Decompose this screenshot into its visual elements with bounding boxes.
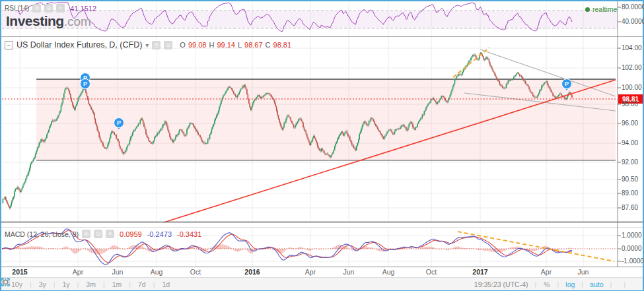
candle-body <box>24 181 26 183</box>
macd-histogram-bar <box>539 249 540 249</box>
range-button-1y[interactable]: 1y <box>55 280 77 288</box>
macd-histogram-bar <box>454 247 455 249</box>
candle-body <box>161 129 162 130</box>
candle-body <box>268 93 269 94</box>
range-button-3m[interactable]: 3m <box>79 280 103 288</box>
candle-body <box>118 139 119 141</box>
candle-body <box>321 148 322 151</box>
candle-body <box>221 100 222 104</box>
circle-icon[interactable]: ◎ <box>152 41 161 49</box>
macd-histogram-bar <box>390 249 390 249</box>
candle-body <box>277 111 278 115</box>
macd-histogram-bar <box>89 249 90 252</box>
candle-body <box>123 152 124 153</box>
macd-histogram-bar <box>82 249 83 249</box>
ohlc-open-label: O <box>180 41 186 49</box>
macd-histogram-bar <box>447 249 447 250</box>
candle-body <box>30 164 32 168</box>
candle-body <box>14 191 15 197</box>
candle-body <box>517 73 518 75</box>
range-button-7d[interactable]: 7d <box>131 280 153 288</box>
macd-histogram-bar <box>281 249 281 253</box>
candle-body <box>74 108 75 110</box>
macd-histogram-bar <box>427 247 427 249</box>
macd-histogram-bar <box>532 249 533 251</box>
pin-marker-letter: P <box>565 81 569 87</box>
candle-body <box>210 133 211 135</box>
close-icon[interactable]: × <box>56 4 65 13</box>
chart-title: US Dollar Index Futures, D, (CFD) <box>17 40 142 49</box>
candle-body <box>452 86 454 89</box>
collapse-icon[interactable]: – <box>5 41 13 49</box>
candle-body <box>141 118 143 119</box>
scale-controls: 19:35:23 (UTC-4) | % | log | auto | | <box>468 280 637 288</box>
auto-scale-button[interactable]: auto <box>583 280 610 288</box>
candle-body <box>91 108 92 110</box>
candle-body <box>167 126 168 130</box>
candle-body <box>120 146 121 148</box>
candle-body <box>520 76 521 77</box>
candle-body <box>474 55 476 55</box>
candle-body <box>246 86 247 89</box>
macd-histogram-bar <box>302 247 303 249</box>
candle-body <box>119 141 120 146</box>
candle-body <box>384 137 385 139</box>
macd-histogram-bar <box>450 249 450 249</box>
macd-histogram-bar <box>491 249 492 252</box>
range-button-1m[interactable]: 1m <box>105 280 129 288</box>
candle-body <box>334 146 336 150</box>
close-icon[interactable]: × <box>106 230 114 238</box>
range-button-1d[interactable]: 1d <box>155 280 177 288</box>
candle-body <box>3 199 4 203</box>
macd-histogram-bar <box>236 249 237 251</box>
candle-body <box>192 123 194 124</box>
candle-body <box>513 79 514 80</box>
candle-body <box>246 90 248 94</box>
candle-body <box>76 104 77 106</box>
candle-body <box>168 130 170 133</box>
macd-histogram-bar <box>104 249 104 253</box>
macd-histogram-bar <box>26 247 27 249</box>
visibility-icon[interactable]: ◎ <box>32 4 41 13</box>
macd-header: MACD (12, 26, close, 9) ◎ ⊙ × 0.0959 -0.… <box>5 230 201 238</box>
candle-body <box>48 130 50 133</box>
macd-histogram-bar <box>52 248 52 249</box>
gear-icon[interactable]: ⊙ <box>44 4 53 13</box>
gear-icon[interactable]: ⊙ <box>164 41 172 49</box>
candle-body <box>249 104 250 108</box>
macd-histogram-bar <box>248 249 249 252</box>
macd-histogram-bar <box>478 249 478 250</box>
candle-body <box>94 113 95 119</box>
log-scale-button[interactable]: log <box>559 280 581 288</box>
candle-body <box>280 123 281 125</box>
macd-histogram-bar <box>36 247 36 249</box>
macd-histogram-bar <box>510 247 511 249</box>
candle-body <box>509 81 510 81</box>
candle-body <box>487 57 488 59</box>
macd-histogram-bar <box>271 249 272 249</box>
candle-body <box>507 84 508 84</box>
candle-body <box>109 138 110 142</box>
range-button-3y[interactable]: 3y <box>32 280 54 288</box>
macd-histogram-bar <box>345 247 346 249</box>
candle-body <box>287 115 289 116</box>
candle-body <box>106 148 108 148</box>
candle-body <box>415 127 417 130</box>
rsi-value: 41.1512 <box>70 5 96 13</box>
visibility-icon[interactable]: ◎ <box>82 230 90 238</box>
candle-body <box>367 125 369 125</box>
candle-body <box>3 199 5 199</box>
candle-body <box>165 121 166 123</box>
macd-histogram-bar <box>369 247 369 249</box>
candle-body <box>33 159 34 161</box>
candle-body <box>335 144 336 146</box>
candle-body <box>170 137 172 140</box>
gear-icon[interactable]: ⊙ <box>94 230 102 238</box>
candle-body <box>164 121 166 124</box>
candle-body <box>92 110 93 112</box>
candle-body <box>193 124 194 127</box>
candle-body <box>15 189 16 191</box>
chevron-down-icon[interactable]: ▾ <box>145 42 149 49</box>
macd-histogram-bar <box>562 249 563 249</box>
percent-scale-button[interactable]: % <box>536 280 557 288</box>
